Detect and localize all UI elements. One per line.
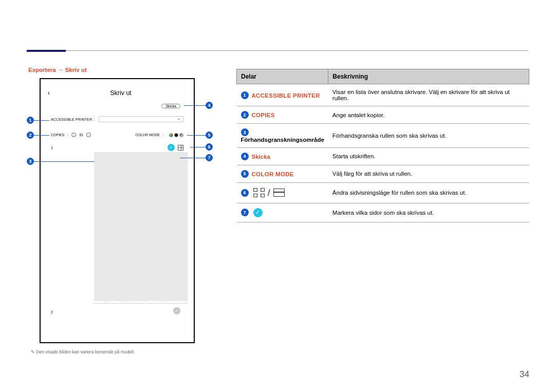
printer-label: ACCESSIBLE PRINTER : (51, 118, 95, 121)
callout-3: 3 (27, 158, 34, 165)
table-row: 7 ✓ Markera vilka sidor som ska skrivas … (237, 203, 529, 222)
callout-7: 7 (206, 154, 213, 161)
bw-icon[interactable] (174, 133, 178, 137)
row-badge: 7 (241, 209, 249, 216)
callout-line (184, 105, 206, 106)
table-row: 1ACCESSIBLE PRINTER Visar en lista över … (237, 84, 529, 106)
send-button[interactable]: Skicka (161, 104, 180, 108)
header-accent (27, 50, 66, 52)
copies-minus[interactable]: ‹ (71, 133, 76, 137)
colormode-options[interactable] (169, 133, 183, 137)
row-label: Skicka (252, 153, 270, 159)
grey-icon[interactable] (179, 133, 183, 137)
phone-screenshot: ‹ Skriv ut Skicka ACCESSIBLE PRINTER : C… (40, 78, 195, 343)
callout-line (34, 161, 95, 162)
page-select-unchecked-icon[interactable]: ✓ (173, 307, 180, 314)
row-desc: Markera vilka sidor som ska skrivas ut. (328, 203, 529, 222)
row-desc: Starta utskriften. (328, 147, 529, 165)
breadcrumb: Exportera → Skriv ut (28, 67, 87, 73)
callout-5: 5 (206, 132, 213, 139)
row-label: ACCESSIBLE PRINTER (252, 92, 320, 98)
row-label: COPIES (252, 112, 275, 118)
row-badge: 1 (241, 91, 249, 99)
back-icon[interactable]: ‹ (48, 89, 55, 97)
callout-line (187, 135, 206, 136)
row-desc: Ändra sidvisningsläge för rullen som ska… (328, 182, 529, 203)
header-rule (27, 50, 528, 51)
page-preview-1 (94, 152, 188, 301)
grid-view-icon (253, 188, 265, 197)
page-number-2: 2 (51, 310, 92, 314)
table-header-parts: Delar (237, 69, 328, 84)
printer-dropdown[interactable] (99, 116, 183, 122)
row-label: COLOR MODE (252, 171, 294, 177)
grid-view-icon[interactable] (178, 145, 183, 151)
colormode-label: COLOR MODE (135, 133, 160, 137)
row-badge: 3 (241, 128, 249, 136)
copies-value: 01 (79, 133, 83, 137)
callout-6: 6 (206, 143, 213, 151)
table-row: 6 / Ändra sidvisningsläge för rullen som… (237, 182, 529, 203)
page-select-checked-icon[interactable]: ✓ (168, 144, 175, 151)
table-row: 5COLOR MODE Välj färg för att skriva ut … (237, 165, 529, 182)
row-desc: Välj färg för att skriva ut rullen. (328, 165, 529, 182)
row-label: Förhandsgranskningsområde (241, 137, 324, 143)
footnote: Den visade bilden kan variera beroende p… (31, 349, 135, 354)
view-icons: / (253, 188, 285, 198)
callout-line (34, 135, 49, 136)
callout-4: 4 (206, 102, 213, 109)
parts-table: Delar Beskrivning 1ACCESSIBLE PRINTER Vi… (236, 69, 529, 222)
color-icon[interactable] (169, 133, 173, 137)
single-view-icon (273, 189, 285, 197)
row-desc: Ange antalet kopior. (328, 106, 529, 124)
row-badge: 6 (241, 189, 249, 197)
copies-plus[interactable]: › (86, 133, 91, 137)
slash-icon: / (268, 188, 270, 198)
callout-line (190, 147, 206, 147)
screen-title: Skriv ut (55, 89, 187, 97)
table-row: 4Skicka Starta utskriften. (237, 147, 529, 165)
page-divider (94, 303, 188, 304)
check-icon: ✓ (253, 208, 263, 217)
table-header-desc: Beskrivning (328, 69, 529, 84)
row-badge: 5 (241, 170, 249, 178)
callout-line (34, 120, 49, 121)
page-number-1: 1 (51, 145, 92, 150)
callout-1: 1 (27, 117, 34, 124)
page-number: 34 (520, 369, 529, 380)
callout-2: 2 (27, 132, 34, 139)
table-row: 2COPIES Ange antalet kopior. (237, 106, 529, 124)
table-row: 3Förhandsgranskningsområde Förhandsgrans… (237, 124, 529, 148)
row-desc: Visar en lista över anslutna skrivare. V… (328, 84, 529, 106)
row-desc: Förhandsgranska rullen som ska skrivas u… (328, 124, 529, 148)
row-badge: 2 (241, 111, 249, 119)
callout-line (180, 158, 206, 158)
copies-label: COPIES (51, 133, 64, 137)
row-badge: 4 (241, 153, 249, 160)
